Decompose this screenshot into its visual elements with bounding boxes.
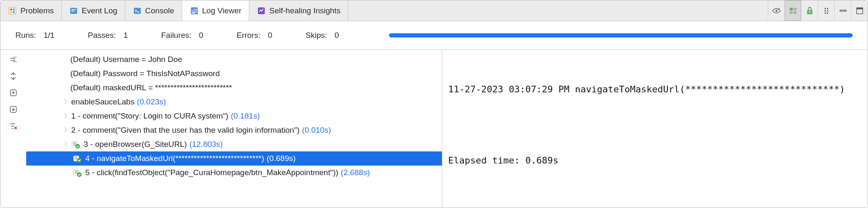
tree-row-text: (Default) Username = John Doe	[70, 55, 182, 64]
expand-icon	[9, 72, 18, 81]
minimize-button[interactable]	[834, 0, 851, 21]
stat-passes: Passes: 1	[88, 31, 128, 40]
tab-label: Log Viewer	[202, 6, 242, 15]
stat-label: Runs:	[15, 31, 36, 40]
prev-button[interactable]	[6, 87, 20, 99]
progress-bar	[389, 33, 853, 37]
svg-point-15	[775, 10, 777, 12]
tab-label: Console	[145, 6, 174, 15]
log-viewer-panel: Problems Event Log Console LOG Log Viewe…	[0, 0, 868, 208]
tab-problems[interactable]: Problems	[0, 0, 62, 21]
layout-icon	[789, 6, 798, 15]
svg-rect-4	[13, 11, 15, 13]
collapse-all-button[interactable]	[6, 53, 20, 66]
tree-row-text: enableSauceLabs	[71, 97, 134, 106]
tree-row-text: (Default) Password = ThisIsNotAPassword	[70, 69, 220, 78]
logviewer-icon: LOG	[190, 6, 199, 15]
expand-all-button[interactable]	[6, 70, 20, 82]
tree-row-duration: (12.803s)	[189, 140, 223, 149]
svg-point-25	[827, 10, 828, 11]
tab-self-healing[interactable]: Self-healing Insights	[249, 0, 348, 21]
tree-row-duration: (0.689s)	[267, 154, 296, 163]
tree-row[interactable]: (Default) Username = John Doe	[26, 52, 442, 67]
tree-row[interactable]: 〉3 - openBrowser(G_SiteURL) (12.803s)	[26, 137, 442, 151]
tab-label: Self-healing Insights	[269, 6, 340, 15]
tree-row[interactable]: (Default) maskedURL = ******************…	[26, 81, 442, 95]
stat-value: 0	[335, 31, 339, 40]
svg-rect-0	[9, 7, 16, 14]
tabstrip: Problems Event Log Console LOG Log Viewe…	[0, 0, 868, 21]
body: (Default) Username = John Doe(Default) P…	[0, 50, 868, 208]
svg-rect-1	[10, 8, 12, 10]
svg-point-21	[809, 11, 810, 12]
tree-row-duration: (0.023s)	[137, 97, 166, 106]
maximize-icon	[855, 6, 864, 15]
stat-skips: Skips: 0	[305, 31, 339, 40]
visibility-button[interactable]	[768, 0, 784, 21]
tree-row[interactable]: 〉2 - comment("Given that the user has th…	[26, 123, 442, 137]
stat-label: Errors:	[237, 31, 260, 40]
minimize-icon	[838, 6, 848, 15]
tree-row-text: 1 - comment("Story: Login to CURA system…	[71, 111, 228, 121]
stat-label: Passes:	[88, 31, 116, 40]
console-icon	[133, 6, 142, 15]
tree-row-text: 5 - click(findTestObject("Page_CuraHomep…	[85, 168, 338, 177]
tab-console[interactable]: Console	[125, 0, 182, 21]
tab-label: Problems	[20, 6, 54, 15]
filter-errors-button[interactable]	[6, 120, 20, 132]
svg-rect-17	[793, 7, 796, 10]
svg-rect-30	[856, 7, 863, 9]
arrow-up-icon	[9, 88, 18, 97]
tree-row-text: 2 - comment("Given that the user has the…	[71, 126, 300, 135]
chevron-right-icon: 〉	[63, 112, 71, 120]
svg-rect-12	[191, 11, 197, 12]
log-output: 11-27-2023 03:07:29 PM navigateToMaskedU…	[442, 50, 868, 208]
svg-rect-7	[72, 11, 74, 12]
more-button[interactable]	[818, 0, 834, 21]
svg-rect-18	[789, 11, 792, 13]
stat-label: Skips:	[305, 31, 327, 40]
dots-icon	[822, 6, 831, 15]
stat-runs: Runs: 1/1	[15, 31, 55, 40]
stat-value: 1/1	[44, 31, 55, 40]
stat-label: Failures:	[161, 31, 191, 40]
stat-value: 0	[199, 31, 203, 40]
svg-text:LOG: LOG	[191, 8, 197, 11]
tree-row-text: (Default) maskedURL = ******************…	[70, 83, 232, 92]
tree-row-text: 4 - navigateToMaskedUrl(****************…	[85, 154, 264, 163]
svg-rect-28	[840, 10, 846, 11]
svg-rect-6	[72, 9, 76, 10]
svg-point-23	[827, 7, 828, 9]
tree-row-duration: (2.688s)	[341, 168, 370, 177]
svg-rect-19	[793, 11, 796, 13]
tab-log-viewer[interactable]: LOG Log Viewer	[182, 0, 250, 21]
stat-errors: Errors: 0	[237, 31, 273, 40]
stat-failures: Failures: 0	[161, 31, 203, 40]
svg-rect-13	[191, 12, 195, 13]
stats-bar: Runs: 1/1 Passes: 1 Failures: 0 Errors: …	[0, 21, 868, 50]
svg-rect-3	[10, 11, 12, 13]
tree-row[interactable]: 〉1 - comment("Story: Login to CURA syste…	[26, 109, 442, 123]
tree-row-text: 3 - openBrowser(G_SiteURL)	[84, 140, 187, 149]
tree-row[interactable]: 4 - navigateToMaskedUrl(****************…	[26, 151, 442, 166]
tree-row[interactable]: 〉enableSauceLabs (0.023s)	[26, 95, 442, 109]
lock-button[interactable]	[801, 0, 818, 21]
insights-icon	[257, 6, 266, 15]
svg-rect-8	[134, 7, 141, 14]
tree-row-duration: (0.181s)	[231, 111, 260, 121]
tab-event-log[interactable]: Event Log	[62, 0, 125, 21]
svg-rect-16	[789, 7, 792, 10]
svg-point-27	[827, 12, 828, 13]
maximize-button[interactable]	[851, 0, 868, 21]
tree-row[interactable]: 5 - click(findTestObject("Page_CuraHomep…	[26, 166, 442, 180]
next-button[interactable]	[6, 103, 20, 116]
svg-point-24	[824, 10, 826, 11]
layout-button[interactable]	[784, 0, 801, 21]
tabstrip-spacer	[348, 0, 768, 21]
step-pass-icon	[73, 154, 82, 163]
tab-label: Event Log	[82, 6, 117, 15]
chevron-right-icon: 〉	[63, 98, 71, 106]
tree-row[interactable]: (Default) Password = ThisIsNotAPassword	[26, 67, 442, 81]
execution-tree[interactable]: (Default) Username = John Doe(Default) P…	[26, 50, 442, 208]
log-line: Elapsed time: 0.689s	[448, 154, 862, 168]
